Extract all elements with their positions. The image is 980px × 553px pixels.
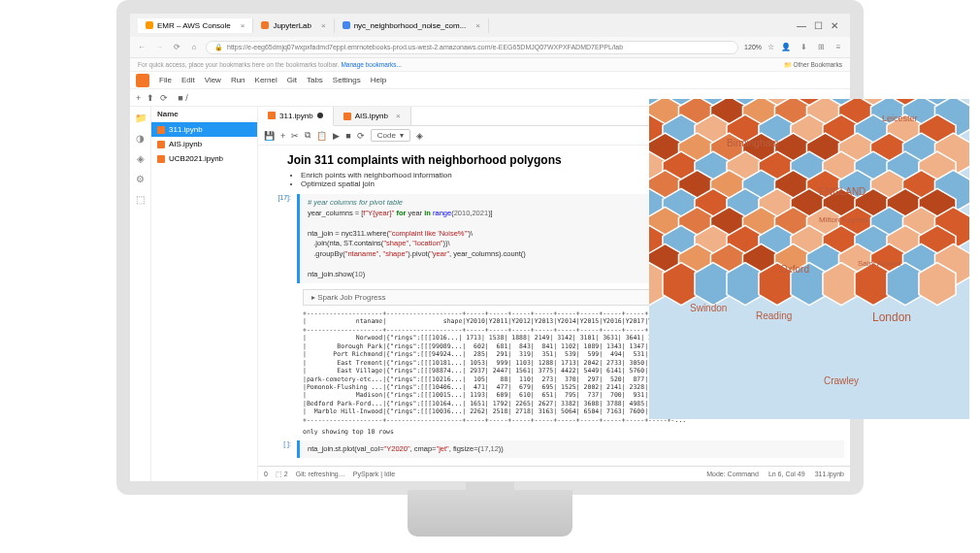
bookmarks-bar: For quick access, place your bookmarks h… bbox=[130, 58, 850, 72]
paste-icon[interactable]: 📋 bbox=[316, 131, 327, 141]
menu-view[interactable]: View bbox=[205, 76, 221, 84]
close-icon[interactable]: ✕ bbox=[831, 20, 838, 31]
git-icon[interactable]: ◈ bbox=[137, 153, 145, 164]
kernel-status[interactable]: PySpark | Idle bbox=[353, 471, 395, 477]
close-icon[interactable]: × bbox=[321, 21, 326, 30]
menu-icon[interactable]: ≡ bbox=[833, 43, 844, 51]
cursor-position: Ln 6, Col 49 bbox=[768, 471, 805, 477]
forward-icon[interactable]: → bbox=[153, 43, 165, 51]
jupyter-logo-icon bbox=[136, 74, 149, 87]
zoom-level[interactable]: 120% bbox=[744, 44, 762, 50]
file-browser-icon[interactable]: 📁 bbox=[135, 113, 147, 123]
other-bookmarks[interactable]: 📁 Other Bookmarks bbox=[784, 61, 842, 69]
menu-run[interactable]: Run bbox=[231, 76, 245, 84]
monitor-stand bbox=[408, 490, 572, 537]
extension-icon[interactable]: ⬚ bbox=[136, 194, 145, 205]
new-folder-icon[interactable]: + bbox=[136, 93, 141, 103]
file-browser-header[interactable]: Name bbox=[151, 107, 257, 122]
commands-icon[interactable]: ⚙ bbox=[136, 174, 145, 184]
window-controls: — ☐ ✕ bbox=[797, 20, 850, 31]
browser-tab-nyc[interactable]: nyc_neighborhood_noise_com...× bbox=[335, 18, 489, 33]
minimize-icon[interactable]: — bbox=[797, 20, 806, 31]
restart-icon[interactable]: ⟳ bbox=[357, 131, 365, 141]
current-file: 311.ipynb bbox=[815, 471, 844, 477]
code-editor[interactable]: nta_join.st.plot(val_col="Y2020", cmap="… bbox=[297, 440, 844, 459]
menu-file[interactable]: File bbox=[159, 76, 172, 84]
file-browser: Name 311.ipynb AIS.ipynb UCB2021.ipynb bbox=[151, 107, 258, 481]
running-icon[interactable]: ◑ bbox=[136, 133, 145, 144]
lock-icon: 🔒 bbox=[214, 44, 223, 51]
menu-kernel[interactable]: Kernel bbox=[255, 76, 278, 84]
chevron-down-icon: ▾ bbox=[400, 131, 404, 140]
copy-icon[interactable]: ⧉ bbox=[305, 130, 310, 141]
hexbin-map-overlay: Birmingham ENGLAND Milton Keynes Oxford … bbox=[649, 99, 969, 419]
browser-tab-jupyter[interactable]: JupyterLab× bbox=[253, 18, 334, 33]
input-prompt: [17]: bbox=[258, 194, 297, 283]
notebook-icon bbox=[268, 112, 276, 119]
git-icon[interactable]: ◈ bbox=[416, 131, 423, 141]
notebook-icon bbox=[157, 126, 165, 134]
git-status[interactable]: Git: refreshing… bbox=[296, 471, 345, 477]
refresh-icon[interactable]: ⟳ bbox=[160, 93, 168, 103]
tab-311[interactable]: 311.ipynb bbox=[258, 107, 334, 126]
maximize-icon[interactable]: ☐ bbox=[814, 20, 823, 31]
tab-ais[interactable]: AIS.ipynb× bbox=[334, 107, 411, 125]
close-icon[interactable]: × bbox=[241, 21, 245, 30]
back-icon[interactable]: ← bbox=[136, 43, 147, 51]
menu-edit[interactable]: Edit bbox=[181, 76, 195, 84]
menu-tabs[interactable]: Tabs bbox=[307, 76, 323, 84]
cell-type-select[interactable]: Code ▾ bbox=[371, 129, 410, 142]
file-item-ais[interactable]: AIS.ipynb bbox=[151, 137, 257, 151]
notebook-icon bbox=[157, 141, 165, 148]
browser-tab-aws[interactable]: EMR – AWS Console× bbox=[138, 18, 253, 33]
extensions-icon[interactable]: ⊞ bbox=[815, 43, 827, 51]
url-input[interactable]: 🔒https://e-eeg65dmjq07wxpxfadmd7eppl.emr… bbox=[206, 41, 738, 54]
menu-settings[interactable]: Settings bbox=[333, 76, 361, 84]
file-item-311[interactable]: 311.ipynb bbox=[151, 122, 257, 137]
dirty-indicator-icon bbox=[317, 113, 323, 118]
reload-icon[interactable]: ⟳ bbox=[171, 43, 182, 51]
upload-icon[interactable]: ⬆ bbox=[147, 93, 154, 103]
code-cell-2[interactable]: [ ]: nta_join.st.plot(val_col="Y2020", c… bbox=[258, 439, 850, 461]
account-icon[interactable]: 👤 bbox=[780, 43, 792, 51]
output-footer: only showing top 10 rows bbox=[303, 428, 850, 436]
menu-git[interactable]: Git bbox=[287, 76, 297, 84]
notebook-icon bbox=[343, 113, 351, 120]
jupyter-menu-bar: File Edit View Run Kernel Git Tabs Setti… bbox=[130, 72, 850, 89]
browser-tab-bar: EMR – AWS Console× JupyterLab× nyc_neigh… bbox=[130, 14, 850, 37]
close-icon[interactable]: × bbox=[396, 112, 401, 120]
save-icon[interactable]: 💾 bbox=[264, 131, 275, 141]
stop-icon[interactable]: ■ bbox=[345, 131, 350, 141]
mode-indicator: Mode: Command bbox=[706, 471, 759, 477]
close-icon[interactable]: × bbox=[475, 21, 480, 30]
cut-icon[interactable]: ✂ bbox=[291, 131, 299, 141]
run-icon[interactable]: ▶ bbox=[333, 131, 340, 141]
activity-bar: 📁 ◑ ◈ ⚙ ⬚ bbox=[130, 107, 151, 481]
star-icon[interactable]: ☆ bbox=[768, 43, 774, 51]
notebook-icon bbox=[157, 155, 165, 163]
status-bar: 0 ⬚ 2 Git: refreshing… PySpark | Idle Mo… bbox=[258, 466, 850, 481]
download-icon[interactable]: ⬇ bbox=[798, 43, 809, 51]
manage-bookmarks-link[interactable]: Manage bookmarks... bbox=[341, 61, 402, 68]
address-bar: ← → ⟳ ⌂ 🔒https://e-eeg65dmjq07wxpxfadmd7… bbox=[130, 37, 850, 58]
home-icon[interactable]: ⌂ bbox=[188, 43, 200, 51]
file-item-ucb[interactable]: UCB2021.ipynb bbox=[151, 151, 257, 166]
add-cell-icon[interactable]: + bbox=[280, 131, 285, 141]
menu-help[interactable]: Help bbox=[371, 76, 386, 84]
